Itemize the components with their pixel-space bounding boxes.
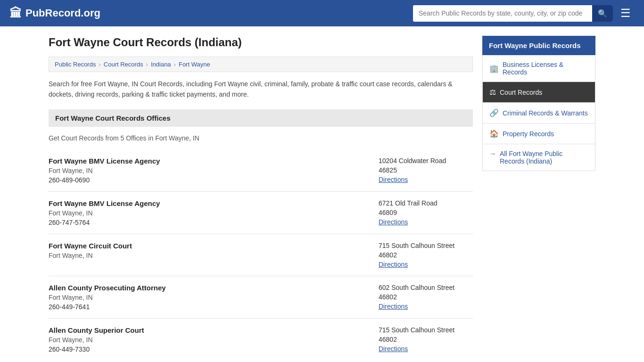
office-entry: Allen County Superior Court Fort Wayne, …	[49, 319, 473, 361]
hamburger-icon: ☰	[620, 7, 631, 19]
site-header: 🏛 PubRecord.org 🔍 ☰	[0, 0, 644, 26]
directions-link[interactable]: Directions	[379, 261, 408, 268]
offices-count: Get Court Records from 5 Offices in Fort…	[49, 134, 473, 142]
search-input[interactable]	[413, 6, 592, 21]
office-phone: 260-449-7330	[49, 346, 379, 353]
office-name: Allen County Prosecuting Attorney	[49, 284, 379, 292]
offices-section-header: Fort Wayne Court Records Offices	[49, 109, 473, 127]
sidebar-item-2[interactable]: 🔗 Criminal Records & Warrants	[483, 103, 595, 123]
breadcrumb-sep-1: ›	[99, 61, 100, 68]
directions-link[interactable]: Directions	[379, 345, 408, 353]
sidebar-all-records-link[interactable]: → All Fort Wayne Public Records (Indiana…	[483, 144, 595, 171]
office-left: Fort Wayne BMV License Agency Fort Wayne…	[49, 157, 379, 184]
sidebar-icon-2: 🔗	[489, 108, 499, 117]
sidebar-title: Fort Wayne Public Records	[482, 36, 595, 55]
office-name: Fort Wayne Circuit Court	[49, 242, 379, 250]
breadcrumb: Public Records › Court Records › Indiana…	[49, 57, 473, 72]
office-entry: Fort Wayne BMV License Agency Fort Wayne…	[49, 149, 473, 192]
sidebar: Fort Wayne Public Records 🏢 Business Lic…	[482, 36, 595, 361]
sidebar-icon-1: ⚖	[489, 88, 496, 97]
office-name: Fort Wayne BMV License Agency	[49, 157, 379, 165]
office-right: 6721 Old Trail Road 46809 Directions	[379, 199, 473, 226]
breadcrumb-link-public-records[interactable]: Public Records	[55, 61, 96, 68]
office-address: 715 South Calhoun Street	[379, 242, 473, 249]
sidebar-item-3[interactable]: 🏠 Property Records	[483, 123, 595, 144]
search-bar: 🔍	[413, 5, 613, 22]
office-city: Fort Wayne, IN	[49, 209, 379, 217]
logo-text: PubRecord.org	[25, 7, 100, 19]
sidebar-item-label-1: Court Records	[500, 89, 542, 96]
office-name: Fort Wayne BMV License Agency	[49, 199, 379, 207]
office-right: 715 South Calhoun Street 46802 Direction…	[379, 242, 473, 268]
header-right: 🔍 ☰	[413, 5, 635, 22]
offices-list: Fort Wayne BMV License Agency Fort Wayne…	[49, 149, 473, 361]
sidebar-icon-0: 🏢	[489, 64, 499, 73]
office-right: 715 South Calhoun Street 46802 Direction…	[379, 326, 473, 353]
sidebar-item-label-0: Business Licenses & Records	[503, 61, 588, 76]
office-entry: Fort Wayne BMV License Agency Fort Wayne…	[49, 192, 473, 234]
breadcrumb-sep-3: ›	[174, 61, 176, 68]
content-column: Fort Wayne Court Records (Indiana) Publi…	[49, 36, 473, 361]
office-city: Fort Wayne, IN	[49, 336, 379, 344]
office-entry: Fort Wayne Circuit Court Fort Wayne, IN …	[49, 234, 473, 276]
office-address: 715 South Calhoun Street	[379, 326, 473, 334]
office-address: 602 South Calhoun Street	[379, 284, 473, 291]
office-name: Allen County Superior Court	[49, 326, 379, 334]
office-zip: 46802	[379, 293, 473, 301]
office-left: Fort Wayne BMV License Agency Fort Wayne…	[49, 199, 379, 226]
office-right: 10204 Coldwater Road 46825 Directions	[379, 157, 473, 184]
sidebar-item-1[interactable]: ⚖ Court Records	[483, 82, 595, 103]
office-phone: 260-747-5764	[49, 219, 379, 226]
sidebar-item-label-3: Property Records	[503, 130, 554, 138]
breadcrumb-sep-2: ›	[146, 61, 148, 68]
office-left: Allen County Superior Court Fort Wayne, …	[49, 326, 379, 353]
office-city: Fort Wayne, IN	[49, 294, 379, 301]
office-address: 10204 Coldwater Road	[379, 157, 473, 165]
page-description: Search for free Fort Wayne, IN Court Rec…	[49, 79, 473, 100]
office-zip: 46809	[379, 209, 473, 216]
logo-icon: 🏛	[9, 6, 22, 21]
office-address: 6721 Old Trail Road	[379, 199, 473, 207]
office-left: Allen County Prosecuting Attorney Fort W…	[49, 284, 379, 311]
page-title: Fort Wayne Court Records (Indiana)	[49, 36, 473, 49]
breadcrumb-link-indiana[interactable]: Indiana	[151, 61, 171, 68]
office-zip: 46802	[379, 251, 473, 259]
site-logo[interactable]: 🏛 PubRecord.org	[9, 6, 100, 21]
breadcrumb-link-court-records[interactable]: Court Records	[104, 61, 143, 68]
office-left: Fort Wayne Circuit Court Fort Wayne, IN	[49, 242, 379, 268]
office-phone: 260-489-0690	[49, 176, 379, 184]
office-city: Fort Wayne, IN	[49, 167, 379, 174]
office-zip: 46802	[379, 336, 473, 343]
office-phone: 260-449-7641	[49, 303, 379, 311]
office-right: 602 South Calhoun Street 46802 Direction…	[379, 284, 473, 311]
breadcrumb-link-fort-wayne[interactable]: Fort Wayne	[179, 61, 210, 68]
search-icon: 🔍	[598, 9, 607, 17]
search-button[interactable]: 🔍	[592, 5, 613, 22]
sidebar-all-icon: →	[489, 150, 496, 157]
sidebar-all-label: All Fort Wayne Public Records (Indiana)	[500, 150, 588, 165]
sidebar-item-0[interactable]: 🏢 Business Licenses & Records	[483, 55, 595, 82]
office-zip: 46825	[379, 166, 473, 174]
office-entry: Allen County Prosecuting Attorney Fort W…	[49, 276, 473, 319]
sidebar-icon-3: 🏠	[489, 129, 499, 138]
sidebar-menu: 🏢 Business Licenses & Records ⚖ Court Re…	[482, 55, 595, 171]
sidebar-item-label-2: Criminal Records & Warrants	[503, 109, 588, 117]
directions-link[interactable]: Directions	[379, 303, 408, 310]
office-city: Fort Wayne, IN	[49, 252, 379, 259]
directions-link[interactable]: Directions	[379, 218, 408, 226]
hamburger-button[interactable]: ☰	[617, 5, 635, 22]
main-container: Fort Wayne Court Records (Indiana) Publi…	[39, 26, 605, 362]
directions-link[interactable]: Directions	[379, 176, 408, 183]
